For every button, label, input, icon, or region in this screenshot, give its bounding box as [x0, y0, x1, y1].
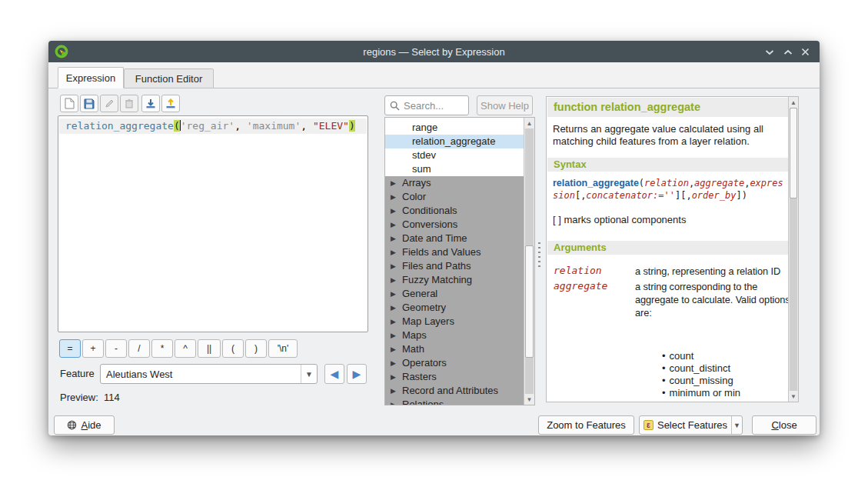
edit-expression-button[interactable]: [100, 95, 118, 112]
expression-editor[interactable]: relation_aggregate('reg_air', 'maximum',…: [58, 115, 368, 332]
argument-desc-aggregate: a string corresponding to the aggregate …: [635, 280, 788, 319]
function-help-panel: function relation_aggregate Returns an a…: [546, 96, 799, 402]
function-item-sum[interactable]: sum: [385, 162, 524, 176]
help-panel-scrollbar[interactable]: ▲ ▼: [788, 97, 798, 402]
function-group-fields-and-values[interactable]: ▶Fields and Values: [385, 245, 524, 259]
scroll-down-icon[interactable]: ▼: [524, 394, 534, 405]
expand-arrow-icon: ▶: [391, 356, 396, 370]
operator-minus-button[interactable]: -: [105, 339, 127, 358]
preview-value: 114: [104, 392, 120, 403]
operator-power-button[interactable]: ^: [175, 339, 196, 358]
qgis-logo-icon: [55, 45, 68, 58]
import-arrow-icon: [145, 98, 156, 109]
function-item-stdev[interactable]: stdev: [385, 148, 524, 162]
previous-feature-button[interactable]: ◀: [324, 364, 344, 384]
export-expression-button[interactable]: [161, 95, 180, 112]
preview-row: Preview: 114: [60, 392, 120, 403]
expand-arrow-icon: ▶: [391, 370, 396, 384]
function-group-conversions[interactable]: ▶Conversions: [385, 218, 524, 232]
function-group-record-and-attributes[interactable]: ▶Record and Attributes: [385, 384, 524, 398]
scroll-down-icon[interactable]: ▼: [789, 391, 798, 402]
argument-name-relation: relation: [554, 265, 602, 276]
new-expression-button[interactable]: [60, 95, 78, 112]
function-group-fuzzy-matching[interactable]: ▶Fuzzy Matching: [385, 273, 524, 287]
aggregate-option: •count: [662, 350, 693, 362]
function-group-map-layers[interactable]: ▶Map Layers: [385, 315, 524, 329]
close-icon[interactable]: [800, 46, 811, 58]
expand-arrow-icon: ▶: [391, 232, 396, 245]
expand-arrow-icon: ▶: [391, 398, 396, 405]
tab-expression[interactable]: Expression: [58, 67, 124, 88]
operator-multiply-button[interactable]: *: [151, 339, 173, 358]
next-feature-button[interactable]: ▶: [347, 364, 367, 384]
function-group-arrays[interactable]: ▶Arrays: [385, 176, 524, 190]
aggregate-option: •count_missing: [662, 375, 733, 386]
aggregate-option: •maximum or max: [662, 399, 746, 402]
operator-close-paren-button[interactable]: ): [245, 339, 267, 358]
code-separator: ,: [234, 120, 247, 132]
function-item-relation-aggregate[interactable]: relation_aggregate: [385, 135, 524, 148]
help-description: Returns an aggregate value calculated us…: [553, 123, 785, 148]
function-search[interactable]: [384, 95, 469, 115]
feature-combobox[interactable]: Aleutians West ▼: [100, 364, 318, 384]
function-group-maps[interactable]: ▶Maps: [385, 329, 524, 342]
maximize-icon[interactable]: [782, 46, 793, 58]
select-by-expression-dialog: regions — Select by Expression Expressio…: [48, 41, 820, 435]
scroll-up-icon[interactable]: ▲: [789, 97, 798, 108]
aggregate-option: •minimum or min: [662, 387, 740, 399]
search-icon: [390, 101, 400, 111]
operator-newline-button[interactable]: '\n': [268, 339, 298, 358]
function-group-files-and-paths[interactable]: ▶Files and Paths: [385, 259, 524, 273]
help-title: function relation_aggregate: [547, 98, 788, 117]
close-button[interactable]: Close: [752, 415, 816, 435]
code-function-name: relation_aggregate: [65, 120, 174, 132]
expand-arrow-icon: ▶: [391, 287, 396, 301]
titlebar[interactable]: regions — Select by Expression: [48, 41, 820, 62]
argument-desc-relation: a string, representing a relation ID: [635, 265, 788, 278]
function-group-relations[interactable]: ▶Relations: [385, 398, 524, 405]
function-group-geometry[interactable]: ▶Geometry: [385, 301, 524, 315]
function-group-math[interactable]: ▶Math: [385, 342, 524, 356]
preview-label: Preview:: [60, 392, 98, 403]
function-list[interactable]: range relation_aggregate stdev sum ▶Arra…: [384, 117, 535, 405]
expand-arrow-icon: ▶: [391, 259, 396, 273]
search-input[interactable]: [404, 97, 467, 114]
operator-equals-button[interactable]: =: [59, 339, 81, 358]
scroll-up-icon[interactable]: ▲: [524, 118, 534, 128]
function-group-rasters[interactable]: ▶Rasters: [385, 370, 524, 384]
save-expression-button[interactable]: [80, 95, 98, 112]
expand-arrow-icon: ▶: [391, 329, 396, 342]
zoom-to-features-button[interactable]: Zoom to Features: [538, 415, 634, 435]
function-list-scrollbar[interactable]: ▲ ▼: [524, 118, 534, 405]
scrollbar-thumb[interactable]: [790, 108, 797, 198]
help-button[interactable]: Aide: [54, 415, 115, 435]
delete-expression-button[interactable]: [120, 95, 138, 112]
function-item-range[interactable]: range: [385, 121, 524, 135]
panel-splitter-handle[interactable]: [538, 242, 540, 269]
import-expression-button[interactable]: [141, 95, 160, 112]
function-group-color[interactable]: ▶Color: [385, 190, 524, 204]
expand-arrow-icon: ▶: [391, 273, 396, 287]
select-features-button[interactable]: ε Select Features ▼: [639, 415, 743, 435]
operator-concat-button[interactable]: ||: [198, 339, 221, 358]
show-help-button[interactable]: Show Help: [477, 95, 533, 115]
select-features-dropdown-arrow[interactable]: ▼: [731, 416, 742, 434]
function-group-date-and-time[interactable]: ▶Date and Time: [385, 232, 524, 245]
operator-open-paren-button[interactable]: (: [222, 339, 244, 358]
operator-divide-button[interactable]: /: [128, 339, 150, 358]
export-arrow-icon: [165, 98, 176, 109]
globe-help-icon: [67, 420, 77, 430]
operator-plus-button[interactable]: +: [82, 339, 104, 358]
function-group-general[interactable]: ▶General: [385, 287, 524, 301]
function-group-conditionals[interactable]: ▶Conditionals: [385, 204, 524, 218]
optional-components-note: [ ] marks optional components: [553, 214, 686, 225]
minimize-icon[interactable]: [763, 46, 775, 58]
function-group-operators[interactable]: ▶Operators: [385, 356, 524, 370]
tab-function-editor-label: Function Editor: [135, 73, 202, 85]
expand-arrow-icon: ▶: [391, 384, 396, 398]
scrollbar-thumb[interactable]: [525, 245, 534, 358]
tab-function-editor[interactable]: Function Editor: [124, 68, 214, 88]
expand-arrow-icon: ▶: [391, 218, 396, 232]
expand-arrow-icon: ▶: [391, 204, 396, 218]
code-field-arg3: "ELEV": [313, 120, 349, 132]
